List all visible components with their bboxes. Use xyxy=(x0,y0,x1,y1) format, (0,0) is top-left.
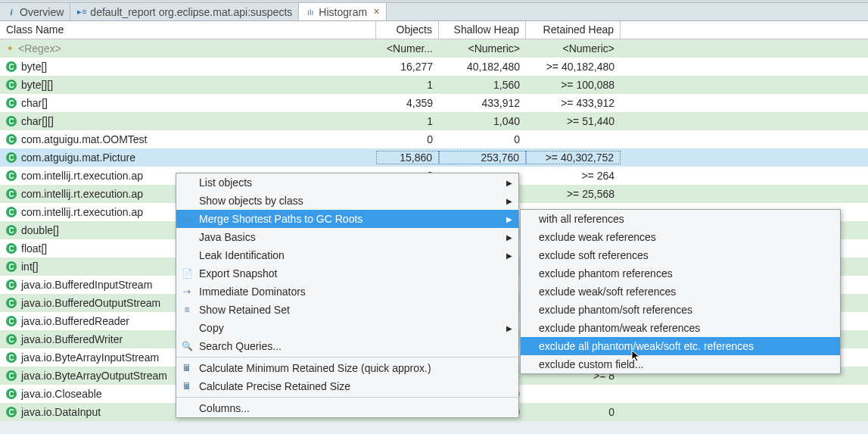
submenu-item[interactable]: exclude soft references xyxy=(521,246,840,264)
class-name-text: java.io.BufferedReader xyxy=(21,315,129,327)
cell-retained: >= 25,568 xyxy=(526,188,621,200)
filter-objects[interactable]: <Numer... xyxy=(376,42,439,55)
submenu-item[interactable]: with all references xyxy=(521,210,840,228)
filter-shallow[interactable]: <Numeric> xyxy=(439,42,526,55)
menu-item[interactable]: Java Basics▶ xyxy=(176,228,518,246)
col-header-shallow-heap[interactable]: Shallow Heap xyxy=(439,21,526,39)
filter-row[interactable]: ✦ <Regex> <Numer... <Numeric> <Numeric> xyxy=(0,39,868,58)
submenu-item-label: exclude phantom references xyxy=(539,267,673,279)
class-name-text: java.io.Closeable xyxy=(21,388,102,400)
class-name-text: java.io.DataInput xyxy=(21,406,101,418)
submenu-item[interactable]: exclude phantom/soft references xyxy=(521,301,840,319)
menu-item[interactable]: 🖩Calculate Minimum Retained Size (quick … xyxy=(176,359,518,377)
menu-item-label: Show objects by class xyxy=(199,195,303,207)
class-icon: C xyxy=(6,207,17,217)
filter-retained[interactable]: <Numeric> xyxy=(526,42,621,55)
filter-placeholder: <Regex> xyxy=(18,42,61,55)
cell-shallow: 433,912 xyxy=(439,97,526,109)
table-row[interactable]: Cbyte[][]11,560>= 100,088 xyxy=(0,76,868,94)
table-row[interactable]: Ccom.atguigu.mat.Picture15,860253,760>= … xyxy=(0,148,868,167)
menu-item[interactable]: Show objects by class▶ xyxy=(176,192,518,210)
submenu-item[interactable]: exclude all phantom/weak/soft etc. refer… xyxy=(521,337,840,355)
class-name-text: float[] xyxy=(21,242,47,254)
class-icon: C xyxy=(6,316,17,326)
class-icon: C xyxy=(6,134,17,145)
submenu-item[interactable]: exclude custom field... xyxy=(521,355,840,373)
class-icon: C xyxy=(6,298,17,308)
col-header-retained-heap[interactable]: Retained Heap xyxy=(526,21,621,39)
class-icon: C xyxy=(6,243,17,254)
table-row[interactable]: Ccom.atguigu.mat.OOMTest00 xyxy=(0,130,868,148)
class-icon: C xyxy=(6,152,17,163)
tab-report[interactable]: ▸≡ default_report org.eclipse.mat.api:su… xyxy=(70,3,299,20)
menu-separator xyxy=(176,397,518,398)
cell-retained: >= 51,440 xyxy=(526,115,621,127)
tab-histogram[interactable]: ılı Histogram ✕ xyxy=(299,3,387,20)
submenu-arrow-icon: ▶ xyxy=(506,233,512,242)
tab-close-icon[interactable]: ✕ xyxy=(373,7,380,17)
menu-item[interactable]: Copy▶ xyxy=(176,319,518,337)
cell-objects: 0 xyxy=(376,133,439,145)
class-name-text: com.atguigu.mat.OOMTest xyxy=(21,133,148,145)
cell-objects: 4,359 xyxy=(376,97,439,109)
menu-item[interactable]: Leak Identification▶ xyxy=(176,246,518,264)
submenu-item-label: exclude phantom/soft references xyxy=(539,304,692,316)
submenu-item-label: exclude all phantom/weak/soft etc. refer… xyxy=(539,340,754,352)
info-icon: i xyxy=(6,7,17,17)
class-icon: C xyxy=(6,261,17,272)
class-name-text: java.io.BufferedInputStream xyxy=(21,279,152,291)
menu-item-icon: ⇢ xyxy=(181,213,193,225)
menu-item-icon: 🖩 xyxy=(181,362,193,374)
filter-class-name[interactable]: ✦ <Regex> xyxy=(0,42,376,55)
menu-item[interactable]: 🔍Search Queries... xyxy=(176,337,518,355)
menu-item-label: Calculate Precise Retained Size xyxy=(199,380,350,392)
cell-class-name: Cbyte[][] xyxy=(0,79,376,91)
menu-item[interactable]: 📄Export Snapshot xyxy=(176,264,518,283)
histogram-icon: ılı xyxy=(305,7,316,17)
cell-class-name: Ccom.atguigu.mat.OOMTest xyxy=(0,133,376,145)
submenu-arrow-icon: ▶ xyxy=(506,251,512,260)
submenu-item[interactable]: exclude phantom/weak references xyxy=(521,319,840,337)
submenu-item[interactable]: exclude weak references xyxy=(521,228,840,246)
menu-item[interactable]: List objects▶ xyxy=(176,173,518,192)
menu-item[interactable]: Columns... xyxy=(176,399,518,417)
tab-label: default_report org.eclipse.mat.api:suspe… xyxy=(90,6,292,18)
table-row[interactable]: Cchar[][]11,040>= 51,440 xyxy=(0,112,868,130)
class-icon: C xyxy=(6,170,17,181)
cell-retained: 0 xyxy=(526,406,621,418)
tab-label: Overview xyxy=(20,6,64,18)
cell-objects: 15,860 xyxy=(376,151,439,164)
menu-item-icon: ⇢ xyxy=(181,286,193,298)
class-name-text: double[] xyxy=(21,224,59,236)
col-header-objects[interactable]: Objects xyxy=(376,21,439,39)
class-name-text: int[] xyxy=(21,261,39,273)
menu-item-icon: 📄 xyxy=(181,267,193,279)
context-menu: List objects▶Show objects by class▶⇢Merg… xyxy=(176,173,519,418)
col-header-class-name[interactable]: Class Name xyxy=(0,21,376,39)
submenu-item-label: exclude weak references xyxy=(539,231,656,243)
table-row[interactable]: Cbyte[]16,27740,182,480>= 40,182,480 xyxy=(0,58,868,76)
menu-item-label: Calculate Minimum Retained Size (quick a… xyxy=(199,362,431,374)
menu-item[interactable]: ≡Show Retained Set xyxy=(176,301,518,319)
menu-item[interactable]: ⇢Immediate Dominators xyxy=(176,283,518,301)
menu-item-label: Search Queries... xyxy=(199,340,282,352)
class-name-text: java.io.ByteArrayInputStream xyxy=(21,351,159,364)
submenu-arrow-icon: ▶ xyxy=(506,324,512,333)
table-row[interactable]: Cchar[]4,359433,912>= 433,912 xyxy=(0,94,868,112)
class-icon: C xyxy=(6,370,17,381)
class-icon: C xyxy=(6,389,17,399)
submenu-item[interactable]: exclude phantom references xyxy=(521,264,840,283)
submenu-item-label: exclude phantom/weak references xyxy=(539,322,700,334)
menu-item[interactable]: 🖩Calculate Precise Retained Size xyxy=(176,377,518,395)
submenu-item[interactable]: exclude weak/soft references xyxy=(521,283,840,301)
menu-item[interactable]: ⇢Merge Shortest Paths to GC Roots▶ xyxy=(176,210,518,228)
menu-item-label: Immediate Dominators xyxy=(199,286,306,298)
cell-retained: >= 264 xyxy=(526,170,621,182)
menu-item-label: Leak Identification xyxy=(199,249,285,261)
cell-objects: 1 xyxy=(376,79,439,91)
class-name-text: com.intellij.rt.execution.ap xyxy=(21,170,143,182)
menu-item-label: Java Basics xyxy=(199,231,256,243)
tab-overview[interactable]: i Overview xyxy=(0,3,70,20)
menu-item-label: Show Retained Set xyxy=(199,304,290,316)
submenu-arrow-icon: ▶ xyxy=(506,179,512,187)
